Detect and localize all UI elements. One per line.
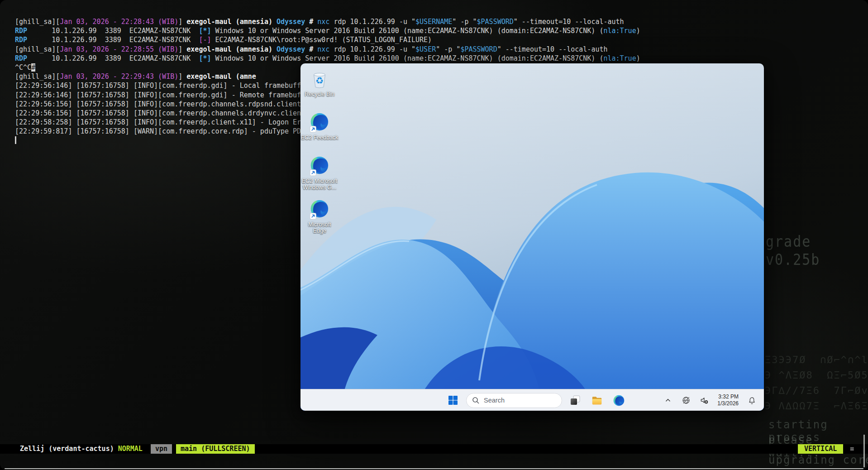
menu-glyph: ≡ <box>850 444 854 454</box>
desktop-icon-label: EC2 Feedback <box>301 134 339 141</box>
bg-glitch-row: Э ^ΛΞØ8 ΩΞ⌐5Ø5 Ø∆5⌐Ξ <box>765 369 868 381</box>
globe-no-internet-icon <box>682 396 691 405</box>
terminal-text: nxc <box>317 18 329 26</box>
desktop-icons: ♻ Recycle Bin EC2 Feedback <box>300 69 339 243</box>
windows-taskbar: Search <box>300 389 764 411</box>
terminal-text: 10.1.226.99 3389 EC2AMAZ-NS87CNK <box>27 27 199 35</box>
windows-logo-icon <box>448 395 458 406</box>
terminal-text: [22:29:56:156] [16757:16758] [INFO][com.… <box>15 100 301 108</box>
terminal-text: exegol-maul (amne <box>186 72 256 81</box>
edge-icon <box>613 394 625 407</box>
svg-text:♻: ♻ <box>315 75 324 86</box>
terminal-text: $PASSWORD <box>460 45 497 53</box>
search-icon <box>472 397 480 404</box>
terminal-text: Windows 10 or Windows Server 2016 Build … <box>211 27 603 35</box>
terminal-text: " --timeout=10 --local-auth <box>514 18 624 26</box>
terminal-line: RDP 10.1.226.99 3389 EC2AMAZ-NS87CNK [-]… <box>15 35 640 44</box>
rdp-window[interactable]: ♻ Recycle Bin EC2 Feedback <box>300 63 764 411</box>
tray-chevron-button[interactable] <box>661 392 675 409</box>
notifications-button[interactable] <box>745 392 758 409</box>
desktop-icon-label: EC2 Microsoft Windows G... <box>302 178 338 191</box>
terminal-line: [ghill_sa][Jan 03, 2026 - 22:28:43 (WIB)… <box>15 17 640 26</box>
bell-icon <box>748 396 756 405</box>
terminal-text: 10.1.226.99 3389 EC2AMAZ-NS87CNK <box>27 36 199 44</box>
edge-taskbar-button[interactable] <box>610 392 627 409</box>
task-view-button[interactable] <box>567 392 584 409</box>
bg-glitch-text: Ξ3ЭЭ7Ø ∩Ø⌐^∩^l ^ЗΞ⌐- Э ^ΛΞØ8 ΩΞ⌐5Ø5 Ø∆5⌐… <box>765 352 868 414</box>
terminal-text: RDP <box>15 27 27 35</box>
terminal-text: [*] <box>199 27 211 35</box>
pane-layout-badge: VERTICAL <box>798 444 843 454</box>
desktop-icon-label: Microsoft Edge <box>308 221 331 234</box>
bg-glitch-row: ЭΓ∆//7Ξ6 7Γ⌐Øv7 ΩΞΓ5Ξ <box>765 385 868 396</box>
desktop-icon-label: Recycle Bin <box>305 91 334 97</box>
bg-glitch-row: Ξ3ЭЭ7Ø ∩Ø⌐^∩^l ^ЗΞ⌐- <box>765 354 868 365</box>
system-tray: 3:32 PM 1/3/2026 <box>661 389 758 411</box>
terminal-text: [22:29:56:156] [16757:16758] [INFO][com.… <box>15 109 301 117</box>
network-status-button[interactable] <box>679 392 693 409</box>
terminal-text: [ghill_sa][ <box>15 18 60 26</box>
terminal-text: exegol-maul (amnesia) <box>186 45 277 53</box>
desktop-icon-ec2-microsoft-windows-guide[interactable]: EC2 Microsoft Windows G... <box>300 156 339 199</box>
search-placeholder: Search <box>484 397 505 404</box>
tab-vpn[interactable]: vpn <box>151 444 172 454</box>
search-box[interactable]: Search <box>466 393 562 408</box>
terminal-text: RDP <box>15 36 27 44</box>
file-explorer-button[interactable] <box>588 392 606 409</box>
frame-edge-highlight <box>863 435 865 467</box>
terminal-text: exegol-maul (amnesia) <box>186 18 277 26</box>
terminal-text: rdp 10.1.226.99 -u " <box>329 18 415 26</box>
terminal-text: " -p " <box>436 45 460 53</box>
task-view-icon <box>569 394 581 406</box>
edge-shortcut-icon <box>309 112 330 133</box>
terminal-text: nla:True <box>603 27 636 35</box>
terminal-text: $USERNAME <box>415 18 452 26</box>
terminal-text: [22:29:56:146] [16757:16758] [INFO][com.… <box>15 82 301 90</box>
bg-glitch-row: Э Λ∆ΩΩ7Ξ ⌐ΛΞ6ΞX 5ΞЭ6⌐7 <box>765 400 868 412</box>
taskbar-clock[interactable]: 3:32 PM 1/3/2026 <box>715 393 740 407</box>
terminal-text: ] <box>178 18 186 26</box>
speaker-muted-icon <box>700 396 709 405</box>
terminal-text: rdp 10.1.226.99 -u " <box>329 45 415 53</box>
volume-muted-button[interactable] <box>697 392 711 409</box>
recycle-bin-icon: ♻ <box>309 69 330 90</box>
clock-time: 3:32 PM <box>717 393 739 400</box>
clock-date: 1/3/2026 <box>717 400 739 407</box>
terminal-line: [ghill_sa][Jan 03, 2026 - 22:28:55 (WIB)… <box>15 45 640 54</box>
terminal-text: $USER <box>415 45 436 53</box>
terminal-text: nla:True <box>603 54 636 62</box>
terminal-text: ] <box>178 72 186 81</box>
bg-text-upgrade: grade v0.25b <box>766 232 868 269</box>
terminal-text: Odyssey <box>277 18 305 26</box>
terminal-text: Jan 03, 2026 - 22:28:43 (WIB) <box>60 18 178 26</box>
session-name: Zellij (verdant-cactus) <box>20 444 114 454</box>
terminal-text: Jan 03, 2026 - 22:29:43 (WIB) <box>60 72 178 81</box>
terminal-text: # <box>305 45 317 53</box>
terminal-text: [-] <box>199 36 211 44</box>
terminal-text: " --timeout=10 --local-auth <box>497 45 608 53</box>
terminal-text: " -p " <box>452 18 477 26</box>
terminal-cursor <box>15 136 16 144</box>
terminal-text: ) <box>636 27 640 35</box>
screen: grade v0.25b Ξ3ЭЭ7Ø ∩Ø⌐^∩^l ^ЗΞ⌐- Э ^ΛΞØ… <box>0 0 868 470</box>
taskbar-center-group: Search <box>444 389 627 411</box>
desktop-icon-ec2-feedback[interactable]: EC2 Feedback <box>300 112 339 156</box>
terminal-line: RDP 10.1.226.99 3389 EC2AMAZ-NS87CNK [*]… <box>15 26 640 35</box>
edge-shortcut-icon <box>309 199 330 220</box>
bg-text-upgrading-core: upgrading core com <box>768 454 868 466</box>
tab-main[interactable]: main (FULLSCREEN) <box>176 444 255 454</box>
terminal-text: EC2AMAZ-NS87CNK\root:P@ssw0rd! (STATUS_L… <box>211 36 432 44</box>
windows-wallpaper <box>300 63 764 411</box>
file-explorer-icon <box>591 394 603 407</box>
frame-bottom-highlight <box>5 468 863 469</box>
desktop-icon-microsoft-edge[interactable]: Microsoft Edge <box>300 199 339 243</box>
terminal-text: nxc <box>317 45 329 53</box>
edge-shortcut-icon <box>309 156 330 177</box>
terminal-text: [22:29:56:146] [16757:16758] [INFO][com.… <box>15 91 301 99</box>
terminal-text: [22:29:58:258] [16757:16758] [INFO][com.… <box>15 118 301 126</box>
terminal-text: 10.1.226.99 3389 EC2AMAZ-NS87CNK <box>27 54 199 62</box>
terminal-text: $PASSWORD <box>477 18 514 26</box>
desktop-icon-recycle-bin[interactable]: ♻ Recycle Bin <box>300 69 339 112</box>
start-button[interactable] <box>444 392 462 409</box>
terminal-text: Windows 10 or Windows Server 2016 Build … <box>211 54 603 62</box>
